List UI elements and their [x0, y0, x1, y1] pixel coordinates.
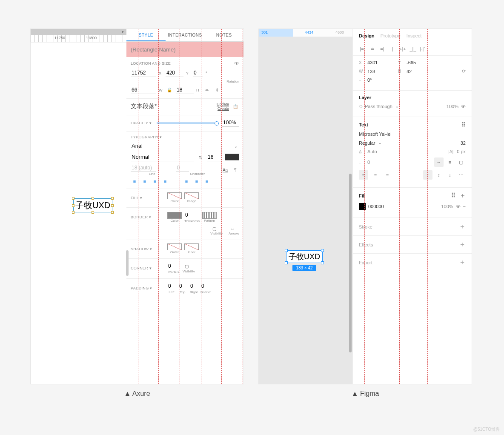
x-value[interactable]: 4301: [367, 60, 387, 65]
tab-inspect[interactable]: Inspect: [407, 33, 421, 38]
align-right-icon[interactable]: ≡: [151, 178, 159, 184]
align-center-icon[interactable]: ≡: [141, 178, 149, 184]
text-align-left-icon[interactable]: ≡: [359, 170, 368, 180]
letter-spacing[interactable]: 0 px: [457, 149, 466, 154]
valign-middle-icon[interactable]: ↕: [434, 170, 444, 180]
tab-style[interactable]: STYLE: [126, 29, 166, 41]
eye-icon[interactable]: 👁: [456, 204, 461, 209]
add-stroke-icon[interactable]: ＋: [459, 222, 466, 231]
valign-bottom-icon[interactable]: ≡: [203, 178, 211, 184]
w-value[interactable]: 133: [367, 69, 387, 74]
padding-left-input[interactable]: [167, 282, 176, 290]
border-pattern-swatch[interactable]: [202, 212, 217, 219]
line-height[interactable]: Auto: [367, 149, 377, 154]
axure-canvas[interactable]: ▾ 11750 11800 子牧UXD: [31, 29, 126, 384]
font-weight-input[interactable]: [131, 153, 194, 161]
add-effect-icon[interactable]: ＋: [459, 240, 466, 249]
rotation-input[interactable]: [193, 69, 203, 77]
tab-prototype[interactable]: Prototype: [381, 33, 401, 38]
remove-icon[interactable]: −: [463, 204, 466, 209]
eye-icon[interactable]: 👁: [461, 104, 466, 109]
text-align-right-icon[interactable]: ≡: [383, 170, 392, 180]
tab-notes[interactable]: NOTES: [204, 29, 243, 41]
blend-icon[interactable]: ◇: [359, 103, 362, 109]
font-family[interactable]: Microsoft YaHei: [359, 132, 392, 137]
valign-top-icon[interactable]: ↑: [423, 170, 432, 180]
y-input[interactable]: [166, 69, 183, 77]
fill-color-swatch[interactable]: [167, 192, 182, 199]
update-link[interactable]: Update: [217, 102, 229, 106]
align-hcenter-icon[interactable]: ≑: [368, 45, 376, 53]
flip-h-icon[interactable]: ⇔: [203, 87, 211, 93]
figma-canvas[interactable]: 301 4434 4600 子牧UXD 133 × 42: [259, 29, 352, 384]
blend-mode[interactable]: Pass through: [365, 104, 392, 109]
more-icon[interactable]: ⋯: [456, 170, 466, 180]
opacity-slider[interactable]: [157, 123, 217, 123]
layer-opacity[interactable]: 100%: [447, 104, 458, 109]
width-input[interactable]: [131, 86, 156, 94]
add-export-icon[interactable]: ＋: [459, 258, 466, 267]
style-manager-icon[interactable]: 📋: [232, 103, 239, 109]
style-name[interactable]: 文本段落*: [131, 103, 157, 110]
style-icon[interactable]: ⠿: [461, 121, 466, 128]
align-justify-icon[interactable]: ≡: [161, 178, 169, 184]
tab-interactions[interactable]: INTERACTIONS: [166, 29, 205, 41]
arrows-icon[interactable]: ↔: [229, 226, 236, 232]
char-spacing-input[interactable]: [176, 164, 189, 172]
valign-top-icon[interactable]: ≡: [183, 178, 190, 184]
style-icon[interactable]: ⠿: [451, 192, 455, 200]
font-input[interactable]: [131, 142, 230, 150]
chevron-down-icon[interactable]: ▾: [122, 30, 124, 34]
line-spacing-input[interactable]: [131, 164, 156, 172]
x-input[interactable]: [131, 69, 156, 77]
chevron-down-icon[interactable]: ⌄: [232, 143, 239, 149]
paragraph-spacing[interactable]: 0: [367, 160, 370, 165]
fill-swatch[interactable]: [359, 203, 366, 210]
add-fill-icon[interactable]: ＋: [460, 192, 466, 200]
chevron-down-icon[interactable]: ⌄: [395, 103, 399, 109]
align-left-icon[interactable]: ≡: [131, 178, 138, 184]
fill-hex[interactable]: 000000: [368, 204, 384, 209]
font-size[interactable]: 32: [461, 140, 466, 146]
text-align-center-icon[interactable]: ≡: [371, 170, 380, 180]
font-size-input[interactable]: [207, 153, 222, 161]
valign-middle-icon[interactable]: ≡: [193, 178, 200, 184]
padding-right-input[interactable]: [189, 282, 198, 290]
stepper-icon[interactable]: ⇅: [197, 154, 204, 160]
widget-name-input[interactable]: (Rectangle Name): [126, 42, 243, 57]
align-bottom-icon[interactable]: _|_: [409, 45, 417, 53]
text-options-icon[interactable]: Aa: [221, 167, 229, 173]
align-left-icon[interactable]: |=: [358, 45, 366, 53]
padding-bottom-input[interactable]: [200, 282, 209, 290]
font-color-swatch[interactable]: [225, 154, 239, 160]
distribute-icon[interactable]: |·|˅: [419, 45, 427, 53]
auto-width-icon[interactable]: ↔: [434, 157, 444, 167]
shadow-inner-swatch[interactable]: [184, 243, 199, 250]
h-value[interactable]: 42: [407, 69, 426, 74]
border-visibility-icon[interactable]: ▢: [210, 226, 218, 232]
fixed-size-icon[interactable]: ▢: [456, 157, 466, 167]
fill-opacity[interactable]: 100%: [441, 204, 453, 209]
border-thickness-input[interactable]: [184, 211, 197, 219]
align-top-icon[interactable]: ‾|‾: [389, 45, 396, 53]
constrain-icon[interactable]: ⟳: [462, 69, 466, 74]
rotation-value[interactable]: 0°: [367, 77, 387, 83]
opacity-input[interactable]: [222, 119, 239, 127]
lock-icon[interactable]: 🔓: [166, 87, 173, 93]
canvas-selection[interactable]: 子牧UXD: [73, 198, 112, 212]
canvas-selection[interactable]: 子牧UXD 133 × 42: [286, 250, 323, 271]
scrollbar[interactable]: [126, 250, 129, 276]
align-right-icon[interactable]: =|: [378, 45, 386, 53]
chevron-down-icon[interactable]: ⌄: [378, 140, 382, 146]
height-input[interactable]: [176, 86, 194, 94]
eye-icon[interactable]: 👁: [234, 60, 239, 66]
more-type-icon[interactable]: ¶: [232, 167, 239, 173]
valign-bottom-icon[interactable]: ↓: [445, 170, 455, 180]
corner-visibility-icon[interactable]: ▢: [183, 263, 190, 269]
padding-top-input[interactable]: [178, 282, 187, 290]
tab-design[interactable]: Design: [359, 33, 375, 38]
align-vcenter-icon[interactable]: +|+: [399, 45, 407, 53]
auto-height-icon[interactable]: ≡: [445, 157, 455, 167]
flip-v-icon[interactable]: ⇕: [213, 87, 221, 93]
scrollbar[interactable]: [349, 174, 352, 352]
